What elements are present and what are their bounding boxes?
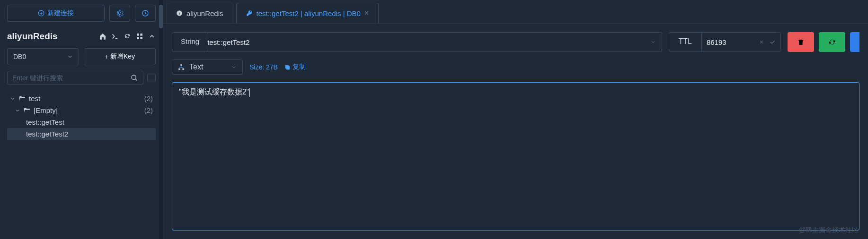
clock-icon	[142, 9, 149, 17]
scrollbar-thumb[interactable]	[159, 5, 163, 28]
exact-match-checkbox[interactable]	[147, 74, 156, 82]
tab-label: aliyunRedis	[186, 9, 223, 17]
chevron-down-icon	[15, 108, 20, 113]
sidebar-scrollbar[interactable]	[159, 0, 163, 239]
svg-rect-9	[178, 68, 180, 70]
svg-rect-2	[137, 34, 139, 36]
search-icon[interactable]	[131, 74, 138, 82]
more-actions-button[interactable]	[850, 32, 859, 52]
copy-button[interactable]: 复制	[284, 63, 306, 71]
svg-rect-3	[140, 34, 142, 36]
add-key-label: 新增Key	[110, 52, 135, 61]
chevron-down-icon	[67, 54, 73, 60]
svg-rect-5	[140, 37, 142, 39]
folder-open-icon	[18, 95, 26, 102]
svg-rect-8	[180, 64, 182, 66]
db-select[interactable]: DB0	[7, 48, 79, 65]
chevron-down-icon[interactable]	[650, 39, 656, 45]
copy-label: 复制	[292, 63, 306, 71]
ttl-input[interactable]	[707, 38, 754, 46]
watermark: @稀土掘金技术社区	[799, 226, 859, 234]
tab-connection-info[interactable]: aliyunRedis	[166, 3, 233, 23]
refresh-button[interactable]	[819, 32, 845, 52]
add-key-button[interactable]: + 新增Key	[84, 48, 156, 65]
new-connection-label: 新建连接	[47, 9, 74, 17]
svg-rect-4	[137, 37, 139, 39]
value-text: "我是测试缓存数据2"	[179, 88, 249, 96]
refresh-icon	[828, 38, 836, 46]
tree-folder-test[interactable]: test (2)	[7, 93, 156, 104]
tab-key-detail[interactable]: test::getTest2 | aliyunRedis | DB0 ×	[236, 3, 379, 23]
terminal-icon[interactable]	[111, 33, 119, 40]
search-input[interactable]	[12, 74, 131, 82]
connection-name: aliyunRedis	[7, 31, 58, 42]
tree-key-getTest2[interactable]: test::getTest2	[7, 128, 156, 140]
chevron-down-icon	[10, 96, 16, 102]
info-icon	[176, 10, 183, 17]
key-name-input[interactable]	[207, 38, 650, 46]
db-selected-label: DB0	[13, 53, 26, 60]
tree-key-getTest[interactable]: test::getTest	[7, 116, 156, 128]
tree-count: (2)	[144, 94, 153, 102]
svg-rect-10	[182, 68, 184, 70]
check-icon[interactable]	[769, 39, 776, 45]
copy-icon	[284, 64, 291, 70]
ttl-label: TTL	[669, 33, 702, 51]
grid-icon[interactable]	[136, 33, 143, 40]
close-icon[interactable]: ×	[364, 9, 369, 17]
tree-folder-label: test	[29, 94, 40, 102]
format-select[interactable]: Text	[172, 60, 243, 75]
value-editor[interactable]: "我是测试缓存数据2"	[172, 82, 859, 230]
plus-circle-icon	[38, 10, 44, 17]
tree-key-label: test::getTest	[26, 118, 64, 126]
format-label: Text	[189, 63, 203, 71]
delete-button[interactable]	[788, 32, 814, 52]
refresh-icon[interactable]	[124, 33, 131, 40]
chevron-down-icon	[231, 64, 237, 70]
tree-count: (2)	[144, 106, 153, 114]
home-icon[interactable]	[99, 33, 106, 40]
svg-point-6	[132, 75, 136, 79]
tab-label: test::getTest2 | aliyunRedis | DB0	[257, 9, 361, 17]
history-button[interactable]	[135, 5, 156, 22]
tree-folder-empty[interactable]: [Empty] (2)	[7, 104, 156, 116]
key-icon	[246, 10, 253, 17]
plus-icon: +	[105, 53, 108, 60]
close-icon[interactable]	[759, 39, 764, 45]
trash-icon	[797, 38, 805, 46]
size-text: Size: 27B	[249, 63, 278, 71]
new-connection-button[interactable]: 新建连接	[7, 5, 105, 22]
tree-icon	[178, 64, 185, 70]
gear-icon	[116, 9, 124, 17]
tree-folder-label: [Empty]	[34, 106, 58, 114]
chevron-up-icon[interactable]	[148, 33, 156, 40]
folder-open-icon	[23, 107, 31, 114]
tree-key-label: test::getTest2	[26, 130, 68, 138]
settings-button[interactable]	[109, 5, 130, 22]
